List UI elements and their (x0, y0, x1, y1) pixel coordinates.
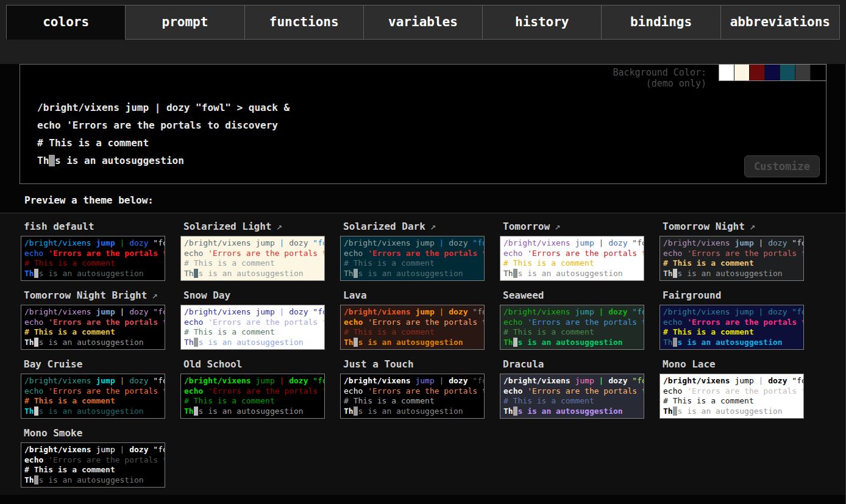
customize-button[interactable]: Customize (744, 155, 820, 177)
theme-card-mono-lace: Mono Lace/bright/vixens jump | dozy "fow… (659, 355, 819, 419)
sample-line1: /bright/vixens jump | dozy "fowl" > quac… (184, 238, 321, 249)
theme-name: Old School (183, 358, 242, 370)
token-dozy: dozy (129, 307, 153, 316)
theme-preview-lava[interactable]: /bright/vixens jump | dozy "fowl" > quac… (340, 305, 485, 350)
token-path: /bright/vixens (24, 445, 96, 454)
token-autosuggestion: s is an autosuggestion (358, 269, 463, 278)
token-path: /bright/vixens (503, 307, 575, 316)
token-typed: Th (663, 338, 673, 347)
external-link-icon[interactable]: ↗ (430, 221, 436, 232)
sample-line1: /bright/vixens jump | dozy "fowl" > quac… (503, 376, 641, 386)
theme-preview-tomorrow[interactable]: /bright/vixens jump | dozy "fowl" > quac… (500, 236, 644, 281)
token-quote: "fowl" (153, 307, 165, 316)
token-autosuggestion: s is an autosuggestion (198, 269, 303, 278)
token-comment: # This is a comment (344, 258, 435, 268)
sample-line4: This is an autosuggestion (503, 338, 641, 348)
token-pipe: | (759, 307, 769, 316)
theme-card-solarized-light: Solarized Light↗/bright/vixens jump | do… (180, 218, 340, 281)
external-link-icon[interactable]: ↗ (277, 221, 283, 232)
theme-name: Tomorrow Night Bright (24, 289, 147, 301)
theme-title-tomorrow-night-bright: Tomorrow Night Bright↗ (21, 286, 180, 305)
token-path: /bright/vixens (663, 307, 734, 316)
bg-swatch-navy[interactable] (765, 65, 780, 80)
external-link-icon[interactable]: ↗ (750, 221, 756, 232)
token-jump: jump (734, 238, 758, 247)
theme-preview-fish-default[interactable]: /bright/vixens jump | dozy "fowl" > quac… (21, 236, 165, 281)
bg-swatch-black[interactable] (811, 65, 826, 80)
token-jump: jump (126, 102, 155, 113)
cursor-block: i (49, 155, 55, 166)
token-comment: # This is a comment (344, 396, 435, 405)
tab-abbreviations[interactable]: abbreviations (721, 5, 840, 40)
theme-title-seaweed: Seaweed (500, 286, 659, 305)
theme-preview-fairground[interactable]: /bright/vixens jump | dozy "fowl" > quac… (659, 305, 804, 350)
theme-title-solarized-light: Solarized Light↗ (180, 218, 340, 236)
token-path: /bright/vixens (184, 376, 255, 385)
theme-preview-solarized-dark[interactable]: /bright/vixens jump | dozy "fowl" > quac… (340, 236, 485, 281)
sample-line2: echo 'Errors are the portals to discover… (344, 249, 481, 259)
sample-line4: This is an autosuggestion (344, 338, 481, 348)
theme-name: Just a Touch (343, 358, 414, 370)
token-quote: "fowl" (313, 238, 325, 247)
token-echo: echo (184, 386, 208, 396)
token-comment: # This is a comment (503, 396, 594, 405)
theme-preview-solarized-light[interactable]: /bright/vixens jump | dozy "fowl" > quac… (180, 236, 325, 281)
external-link-icon[interactable]: ↗ (152, 289, 158, 301)
bg-swatch-white[interactable] (719, 65, 734, 80)
token-comment: # This is a comment (503, 258, 594, 268)
token-string: 'Errors are the portals to discovery (48, 455, 165, 464)
theme-card-just-a-touch: Just a Touch/bright/vixens jump | dozy "… (340, 355, 500, 419)
bg-swatch-charcoal[interactable] (795, 65, 811, 80)
theme-preview-mono-smoke[interactable]: /bright/vixens jump | dozy "fowl" > quac… (21, 442, 165, 488)
token-quote: "fowl" (792, 238, 804, 247)
background-color-label-line1: Background Color: (613, 67, 706, 78)
token-path: /bright/vixens (344, 376, 415, 385)
theme-preview-snow-day[interactable]: /bright/vixens jump | dozy "fowl" > quac… (180, 305, 325, 350)
sample-line3: # This is a comment (24, 258, 162, 269)
theme-preview-tomorrow-night[interactable]: /bright/vixens jump | dozy "fowl" > quac… (659, 236, 804, 281)
token-typed: Th (503, 338, 513, 347)
token-pipe: | (439, 376, 449, 385)
token-jump: jump (575, 238, 599, 247)
theme-preview-bay-cruise[interactable]: /bright/vixens jump | dozy "fowl" > quac… (21, 374, 165, 419)
theme-preview-tomorrow-night-bright[interactable]: /bright/vixens jump | dozy "fowl" > quac… (21, 305, 165, 350)
token-comment: # This is a comment (24, 396, 115, 405)
theme-preview-just-a-touch[interactable]: /bright/vixens jump | dozy "fowl" > quac… (340, 374, 485, 419)
token-string: 'Errors are the portals to discovery (66, 119, 278, 131)
bg-swatch-cream[interactable] (734, 65, 750, 80)
bg-swatch-teal[interactable] (780, 65, 795, 80)
theme-preview-seaweed[interactable]: /bright/vixens jump | dozy "fowl" > quac… (500, 305, 644, 350)
sample-line2: echo 'Errors are the portals to discover… (184, 318, 321, 328)
theme-name: Tomorrow Night (663, 221, 745, 232)
theme-preview-mono-lace[interactable]: /bright/vixens jump | dozy "fowl" > quac… (659, 374, 804, 419)
token-pipe: | (599, 238, 609, 247)
theme-preview-dracula[interactable]: /bright/vixens jump | dozy "fowl" > quac… (500, 374, 644, 419)
bg-swatch-maroon[interactable] (750, 65, 765, 80)
token-autosuggestion: s is an autosuggestion (677, 338, 782, 347)
token-comment: # This is a comment (663, 258, 754, 268)
theme-preview-old-school[interactable]: /bright/vixens jump | dozy "fowl" > quac… (180, 374, 325, 419)
token-echo: echo (344, 249, 368, 258)
tab-variables[interactable]: variables (364, 5, 483, 40)
theme-title-tomorrow: Tomorrow↗ (500, 218, 659, 236)
token-string: 'Errors are the portals to discovery (368, 318, 485, 327)
token-string: 'Errors are the portals to discovery (208, 249, 325, 258)
background-color-label: Background Color: (demo only) (613, 67, 706, 89)
token-echo: echo (24, 318, 48, 327)
tab-bindings[interactable]: bindings (602, 5, 720, 40)
tab-functions[interactable]: functions (245, 5, 364, 40)
theme-title-mono-smoke: Mono Smoke (21, 424, 180, 442)
token-path: /bright/vixens (503, 238, 575, 247)
token-pipe: | (120, 445, 130, 454)
theme-name: Tomorrow (503, 221, 550, 232)
tab-colors[interactable]: colors (6, 5, 126, 40)
external-link-icon[interactable]: ↗ (555, 221, 561, 232)
theme-title-tomorrow-night: Tomorrow Night↗ (659, 218, 819, 236)
sample-line3: # This is a comment (663, 396, 800, 406)
token-comment: # This is a comment (24, 327, 115, 336)
tab-prompt[interactable]: prompt (126, 5, 244, 40)
token-typed: Th (24, 475, 34, 484)
token-quote: "fowl" (792, 307, 804, 316)
tab-history[interactable]: history (483, 5, 602, 40)
theme-name: Solarized Light (183, 221, 272, 232)
